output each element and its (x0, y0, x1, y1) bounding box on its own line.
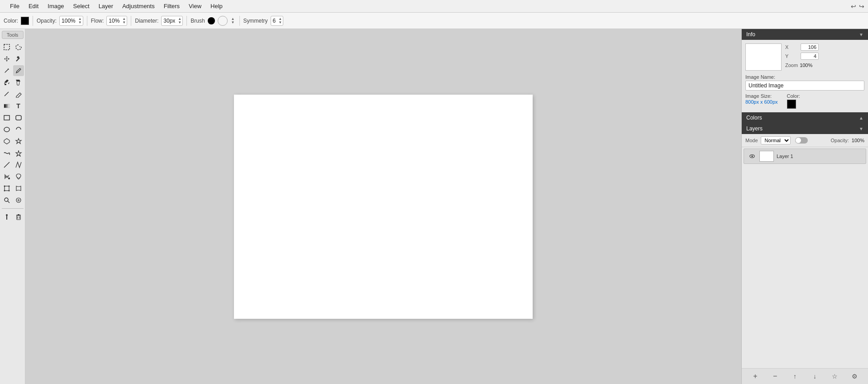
layers-opacity-label: Opacity: (831, 138, 849, 143)
layers-header[interactable]: Layers ▼ (742, 123, 868, 134)
tool-star2[interactable] (13, 148, 24, 158)
menu-filters[interactable]: Filters (159, 1, 184, 11)
layer-item[interactable]: Layer 1 (744, 149, 866, 164)
brush-preview[interactable] (208, 17, 215, 24)
flow-down-arrow[interactable]: ▼ (121, 21, 127, 24)
colors-collapse-icon[interactable]: ▲ (859, 115, 863, 120)
image-size-link[interactable]: 800px x 600px (745, 99, 778, 105)
tool-zoom[interactable] (1, 195, 12, 206)
layer-thumbnail (759, 151, 774, 162)
tool-warp[interactable] (13, 183, 24, 194)
colors-header[interactable]: Colors ▲ (742, 112, 868, 123)
tool-move[interactable] (1, 53, 12, 64)
window-undo-btn[interactable]: ↩ (851, 3, 856, 10)
tool-delete[interactable] (13, 211, 24, 222)
layer-move-down-btn[interactable]: ↓ (810, 371, 820, 381)
symmetry-value: 6 (271, 18, 278, 24)
tool-ellipse[interactable] (1, 124, 12, 135)
toolbar-sep-3 (131, 16, 131, 26)
tool-zigzag[interactable] (13, 159, 24, 170)
toolbar-sep-2 (87, 16, 87, 26)
layers-collapse-icon[interactable]: ▼ (859, 126, 863, 131)
tool-pen[interactable] (1, 65, 12, 76)
menu-adjustments[interactable]: Adjustments (118, 1, 159, 11)
menu-edit[interactable]: Edit (24, 1, 43, 11)
tool-marquee-rect[interactable] (1, 42, 12, 53)
svg-rect-5 (16, 115, 21, 120)
image-color-label: Color: (787, 93, 800, 99)
svg-marker-8 (16, 139, 21, 144)
color-swatch-toolbar[interactable] (21, 17, 29, 25)
tool-line[interactable] (1, 89, 12, 100)
right-panel: Info ▼ X 106 Y 4 Zoom 100% (741, 29, 868, 384)
image-color-swatch[interactable] (787, 100, 796, 109)
layers-opacity-value: 100% (852, 138, 864, 143)
svg-point-6 (4, 127, 10, 132)
symmetry-label: Symmetry (243, 18, 268, 24)
toolbar-sep-5 (239, 16, 240, 26)
layer-settings-btn[interactable]: ⚙ (849, 371, 859, 381)
image-size-label: Image Size: (745, 93, 778, 99)
tool-gradient[interactable] (1, 101, 12, 111)
layers-mode-label: Mode (745, 138, 758, 143)
tool-move2[interactable] (13, 195, 24, 206)
svg-point-14 (8, 186, 10, 187)
tool-lasso[interactable] (13, 42, 24, 53)
info-header[interactable]: Info ▼ (742, 29, 868, 40)
menu-layer[interactable]: Layer (94, 1, 118, 11)
layers-toggle[interactable] (795, 137, 808, 144)
layer-add-btn[interactable]: + (750, 371, 760, 381)
menu-select[interactable]: Select (69, 1, 94, 11)
svg-rect-12 (5, 186, 9, 191)
menu-help[interactable]: Help (206, 1, 227, 11)
menu-image[interactable]: Image (43, 1, 68, 11)
layer-visibility-toggle[interactable] (748, 152, 757, 161)
flow-label: Flow: (91, 18, 104, 24)
brush-label: Brush (191, 18, 205, 24)
tool-eraser[interactable] (13, 89, 24, 100)
menu-file[interactable]: File (5, 1, 24, 11)
tool-star[interactable] (13, 136, 24, 147)
layers-mode-select[interactable]: Normal (761, 136, 791, 144)
brush-preview-outline[interactable] (218, 16, 228, 26)
tool-rounded-rect[interactable] (13, 112, 24, 123)
canvas-area[interactable] (25, 29, 741, 384)
info-x-value: 106 (801, 43, 819, 51)
brush-down-arrow[interactable]: ▼ (230, 21, 236, 24)
opacity-label: Opacity: (37, 18, 57, 24)
image-name-input[interactable] (745, 81, 864, 91)
layers-footer: + − ↑ ↓ ☆ ⚙ (742, 368, 868, 384)
canvas[interactable] (234, 95, 533, 319)
tool-paint[interactable] (13, 77, 24, 88)
info-collapse-icon[interactable]: ▼ (859, 32, 863, 37)
tool-wand[interactable] (13, 53, 24, 64)
tool-polygon[interactable] (1, 136, 12, 147)
flow-value: 10% (107, 18, 121, 24)
tool-pencil[interactable] (13, 65, 24, 76)
tool-freehand[interactable] (1, 148, 12, 158)
layer-remove-btn[interactable]: − (770, 371, 780, 381)
window-redo-btn[interactable]: ↪ (859, 3, 864, 10)
tool-straight-line[interactable] (1, 159, 12, 170)
tool-eyedropper[interactable] (1, 77, 12, 88)
colors-header-label: Colors (746, 115, 762, 121)
svg-rect-23 (6, 216, 7, 220)
tool-fill[interactable] (1, 171, 12, 182)
symmetry-down-arrow[interactable]: ▼ (277, 21, 283, 24)
layer-move-up-btn[interactable]: ↑ (790, 371, 800, 381)
svg-point-13 (4, 186, 5, 187)
tool-smudge[interactable] (13, 171, 24, 182)
svg-line-18 (8, 201, 10, 203)
tool-text[interactable]: T (13, 101, 24, 111)
svg-point-17 (5, 198, 8, 202)
tool-eyedropper2[interactable] (1, 211, 12, 222)
diameter-down-arrow[interactable]: ▼ (177, 21, 182, 24)
menu-view[interactable]: View (184, 1, 206, 11)
tool-rect-shape[interactable] (1, 112, 12, 123)
tool-arc[interactable] (13, 124, 24, 135)
tool-transform[interactable] (1, 183, 12, 194)
info-header-label: Info (746, 31, 755, 38)
layer-star-btn[interactable]: ☆ (830, 371, 839, 381)
opacity-down-arrow[interactable]: ▼ (77, 21, 83, 24)
svg-point-11 (8, 178, 10, 179)
